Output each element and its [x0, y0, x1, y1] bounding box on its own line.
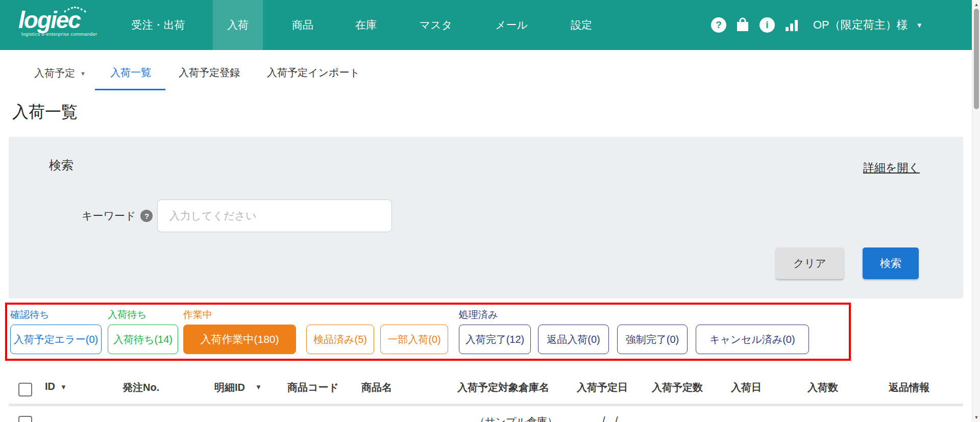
col-warehouse-name: 入荷予定対象倉庫名 [457, 381, 549, 394]
nav-item-orders-shipping[interactable]: 受注・出荷 [117, 0, 200, 50]
tab-inbound-schedule-register[interactable]: 入荷予定登録 [179, 66, 240, 80]
nav-item-settings[interactable]: 設定 [556, 0, 606, 50]
table-row-clipped-text: / [615, 415, 618, 422]
table-row-clipped-text: （サンプル倉庫） [475, 415, 557, 422]
col-product-code: 商品コード [287, 381, 339, 394]
col-order-no: 発注No. [122, 381, 159, 394]
logiec-logo[interactable]: logiec logistics e-enterprise commander [18, 5, 115, 46]
bag-icon[interactable] [735, 17, 750, 33]
search-panel: 検索 詳細を開く キーワード ? クリア 検索 [9, 137, 963, 299]
filter-button-forced-complete[interactable]: 強制完了(0) [617, 325, 688, 354]
filter-button-inbound-working[interactable]: 入荷作業中(180) [183, 325, 296, 354]
nav-item-stock[interactable]: 在庫 [341, 0, 391, 50]
group-label-pending-confirm: 確認待ち [10, 308, 49, 321]
nav-item-mail[interactable]: メール [481, 0, 542, 50]
group-label-processed: 処理済み [459, 308, 498, 321]
open-details-link[interactable]: 詳細を開く [863, 160, 920, 176]
nav-item-inbound[interactable]: 入荷 [213, 0, 263, 50]
col-product-name: 商品名 [361, 381, 392, 394]
table-row-clipped-text: / [602, 415, 605, 422]
filter-button-awaiting-arrival[interactable]: 入荷待ち(14) [108, 325, 178, 354]
page-title: 入荷一覧 [12, 101, 78, 123]
logo-tagline: logistics e-enterprise commander [18, 32, 115, 37]
tab-inbound-schedule-import[interactable]: 入荷予定インポート [267, 66, 360, 80]
select-all-checkbox[interactable] [18, 383, 32, 396]
nav-item-master[interactable]: マスタ [405, 0, 467, 50]
sort-desc-icon[interactable]: ▼ [60, 383, 67, 391]
scrollbar-thumb[interactable] [974, 9, 979, 109]
row-checkbox[interactable] [18, 416, 32, 422]
col-detail-id: 明細ID [214, 381, 245, 394]
filter-button-schedule-error[interactable]: 入荷予定エラー(0) [10, 325, 102, 354]
keyword-help-icon[interactable]: ? [140, 210, 153, 222]
keyword-row: キーワード ? [82, 199, 392, 233]
clear-button[interactable]: クリア [776, 247, 844, 279]
filter-button-cancelled[interactable]: キャンセル済み(0) [696, 325, 809, 354]
chevron-down-icon: ▼ [916, 21, 923, 29]
stats-icon[interactable] [784, 17, 799, 33]
col-return-info: 返品情報 [889, 381, 929, 394]
col-scheduled-date: 入荷予定日 [577, 381, 628, 394]
nav-item-products[interactable]: 商品 [278, 0, 328, 50]
filter-button-arrival-complete[interactable]: 入荷完了(12) [459, 325, 531, 354]
group-label-in-progress: 作業中 [183, 308, 212, 321]
filter-button-inspected[interactable]: 検品済み(5) [306, 325, 374, 354]
search-button[interactable]: 検索 [863, 247, 919, 279]
vertical-scrollbar[interactable]: ▲ ▼ [972, 0, 980, 422]
col-arrival-date: 入荷日 [731, 381, 762, 394]
sort-desc-icon[interactable]: ▼ [255, 383, 262, 391]
col-arrival-qty: 入荷数 [807, 381, 838, 394]
scroll-up-icon[interactable]: ▲ [972, 2, 980, 7]
user-menu[interactable]: OP（限定荷主）様 ▼ [813, 0, 923, 50]
chevron-down-icon: ▼ [80, 70, 86, 77]
col-scheduled-qty: 入荷予定数 [652, 381, 703, 394]
filter-button-return-arrival[interactable]: 返品入荷(0) [538, 325, 609, 354]
help-icon[interactable]: ? [711, 17, 726, 33]
inbound-schedule-dropdown[interactable]: 入荷予定 ▼ [34, 66, 86, 80]
filter-button-partial-arrival[interactable]: 一部入荷(0) [380, 325, 448, 354]
user-label: OP（限定荷主）様 [813, 17, 908, 33]
logo-sunburst-icon [63, 6, 87, 13]
group-label-awaiting-arrival: 入荷待ち [108, 308, 146, 321]
top-navbar: logiec logistics e-enterprise commander … [0, 0, 980, 50]
tab-inbound-list[interactable]: 入荷一覧 [110, 66, 151, 80]
keyword-input[interactable] [157, 200, 392, 232]
col-id: ID [45, 381, 55, 392]
page: logiec logistics e-enterprise commander … [0, 0, 980, 422]
active-tab-indicator [95, 89, 165, 90]
table-header-divider [9, 404, 963, 406]
info-icon[interactable]: i [760, 17, 775, 33]
scroll-down-icon[interactable]: ▼ [972, 415, 980, 420]
keyword-label: キーワード [82, 209, 136, 223]
search-heading: 検索 [49, 157, 74, 173]
